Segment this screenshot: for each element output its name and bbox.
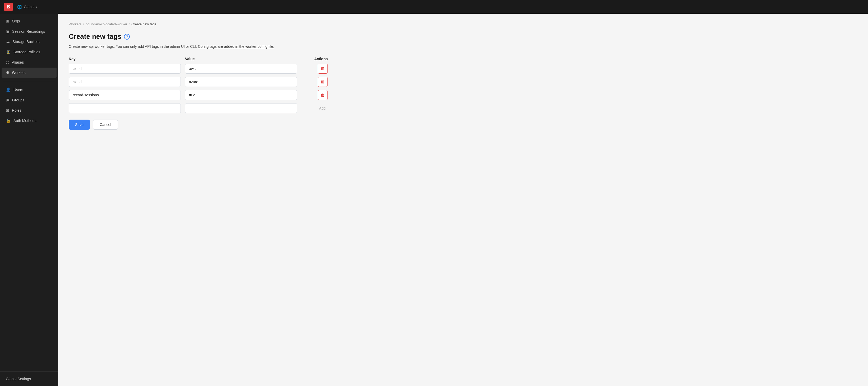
main-layout: ⊞ Orgs ▣ Session Recordings ☁ Storage Bu… xyxy=(0,14,868,386)
col-key-header: Key xyxy=(69,57,181,61)
tag-value-input-new[interactable] xyxy=(185,103,297,113)
sidebar-secondary-section: 👤 Users ▣ Groups ⊞ Roles 🔒 Auth Methods xyxy=(0,82,58,128)
main-content: Workers / boundary-colocated-worker / Cr… xyxy=(58,14,868,386)
form-header: Key Value Actions xyxy=(69,57,328,61)
save-button[interactable]: Save xyxy=(69,119,90,130)
sidebar-item-aliases[interactable]: ◎ Aliases xyxy=(2,57,57,67)
col-value-header: Value xyxy=(185,57,297,61)
page-title-row: Create new tags ? xyxy=(69,32,858,41)
sidebar-item-storage-policies[interactable]: ⏳ Storage Policies xyxy=(2,47,57,57)
sidebar-item-session-recordings[interactable]: ▣ Session Recordings xyxy=(2,26,57,36)
sidebar-item-label: Global Settings xyxy=(6,377,31,381)
sidebar-item-label: Groups xyxy=(12,98,24,102)
sidebar-footer-section: Global Settings xyxy=(0,372,58,386)
breadcrumb-sep-2: / xyxy=(129,22,130,26)
auth-methods-icon: 🔒 xyxy=(6,118,11,123)
sidebar-item-groups[interactable]: ▣ Groups xyxy=(2,95,57,105)
sidebar-item-label: Storage Buckets xyxy=(12,40,40,44)
sidebar-item-roles[interactable]: ⊞ Roles xyxy=(2,105,57,115)
sidebar-item-label: Workers xyxy=(12,70,26,75)
sidebar-item-label: Orgs xyxy=(12,19,20,23)
globe-icon: 🌐 xyxy=(17,4,22,9)
add-tag-button[interactable]: Add xyxy=(317,105,328,111)
breadcrumb-sep-1: / xyxy=(83,22,84,26)
tag-row-2: 🗑 xyxy=(69,77,328,87)
users-icon: 👤 xyxy=(6,87,11,92)
sidebar-item-label: Roles xyxy=(12,108,22,112)
col-actions-header: Actions xyxy=(301,57,328,61)
tag-value-input-3[interactable] xyxy=(185,90,297,100)
row-new-actions: Add xyxy=(301,105,328,111)
groups-icon: ▣ xyxy=(6,98,9,102)
form-footer: Save Cancel xyxy=(69,119,858,130)
aliases-icon: ◎ xyxy=(6,60,9,65)
sidebar-item-global-settings[interactable]: Global Settings xyxy=(2,374,57,384)
description-link[interactable]: Config tags are added in the worker conf… xyxy=(198,44,274,48)
scope-label: Global xyxy=(24,5,34,9)
sidebar-main-section: ⊞ Orgs ▣ Session Recordings ☁ Storage Bu… xyxy=(0,14,58,80)
chevron-down-icon: ▾ xyxy=(36,5,37,8)
delete-row-3-button[interactable]: 🗑 xyxy=(318,90,328,100)
tag-value-input-1[interactable] xyxy=(185,64,297,74)
orgs-icon: ⊞ xyxy=(6,19,9,24)
row-3-actions: 🗑 xyxy=(301,90,328,100)
sidebar-item-label: Auth Methods xyxy=(13,118,36,123)
breadcrumb: Workers / boundary-colocated-worker / Cr… xyxy=(69,22,858,26)
sidebar-item-label: Users xyxy=(13,87,23,92)
delete-row-1-button[interactable]: 🗑 xyxy=(318,64,328,74)
breadcrumb-worker[interactable]: boundary-colocated-worker xyxy=(86,22,127,26)
breadcrumb-current: Create new tags xyxy=(131,22,156,26)
sidebar-item-workers[interactable]: ⚙ Workers xyxy=(2,68,57,78)
breadcrumb-workers[interactable]: Workers xyxy=(69,22,82,26)
roles-icon: ⊞ xyxy=(6,108,9,113)
help-icon[interactable]: ? xyxy=(124,34,130,40)
sidebar-item-auth-methods[interactable]: 🔒 Auth Methods xyxy=(2,116,57,126)
sidebar-divider xyxy=(3,81,55,81)
row-2-actions: 🗑 xyxy=(301,77,328,87)
cancel-button[interactable]: Cancel xyxy=(93,119,118,130)
storage-policies-icon: ⏳ xyxy=(6,49,11,55)
sidebar-item-label: Session Recordings xyxy=(12,29,45,34)
app-logo: B xyxy=(4,3,13,11)
tag-key-input-3[interactable] xyxy=(69,90,181,100)
scope-selector[interactable]: 🌐 Global ▾ xyxy=(17,4,37,9)
sidebar-item-label: Storage Policies xyxy=(13,50,40,54)
row-1-actions: 🗑 xyxy=(301,64,328,74)
sidebar-item-orgs[interactable]: ⊞ Orgs xyxy=(2,16,57,26)
tag-row-new: Add xyxy=(69,103,328,113)
delete-row-2-button[interactable]: 🗑 xyxy=(318,77,328,87)
tag-key-input-1[interactable] xyxy=(69,64,181,74)
description: Create new api worker tags. You can only… xyxy=(69,44,858,49)
session-recordings-icon: ▣ xyxy=(6,29,9,34)
sidebar-item-storage-buckets[interactable]: ☁ Storage Buckets xyxy=(2,37,57,47)
topbar: B 🌐 Global ▾ xyxy=(0,0,868,14)
tag-row-3: 🗑 xyxy=(69,90,328,100)
tag-row-1: 🗑 xyxy=(69,64,328,74)
storage-buckets-icon: ☁ xyxy=(6,39,10,44)
sidebar-item-label: Aliases xyxy=(12,60,24,64)
tag-key-input-new[interactable] xyxy=(69,103,181,113)
sidebar: ⊞ Orgs ▣ Session Recordings ☁ Storage Bu… xyxy=(0,14,58,386)
tag-key-input-2[interactable] xyxy=(69,77,181,87)
sidebar-item-users[interactable]: 👤 Users xyxy=(2,85,57,95)
page-title: Create new tags xyxy=(69,32,121,41)
tag-value-input-2[interactable] xyxy=(185,77,297,87)
workers-icon: ⚙ xyxy=(6,70,9,75)
tags-form: Key Value Actions 🗑 🗑 xyxy=(69,57,328,113)
